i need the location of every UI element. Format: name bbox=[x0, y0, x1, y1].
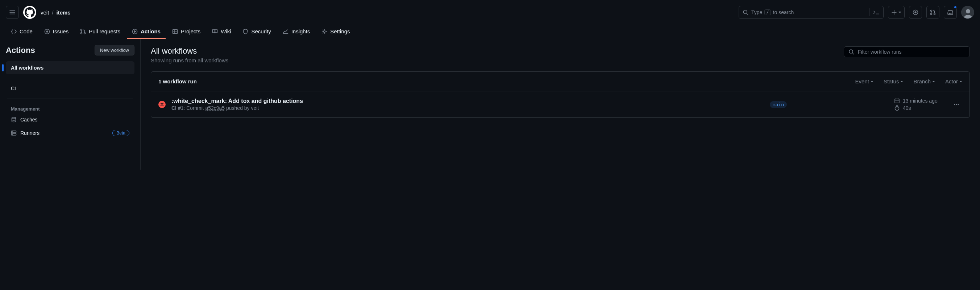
sidebar-item-ci[interactable]: CI bbox=[6, 82, 134, 95]
tab-projects[interactable]: Projects bbox=[167, 25, 205, 39]
divider bbox=[7, 99, 133, 99]
filter-actor[interactable]: Actor bbox=[945, 78, 962, 84]
svg-point-20 bbox=[12, 134, 13, 134]
run-title[interactable]: :white_check_mark: Add tox and github ac… bbox=[172, 98, 764, 104]
run-status-failed-icon bbox=[158, 101, 165, 108]
app-header: veit / items Type / to search bbox=[0, 0, 980, 25]
stopwatch-icon bbox=[894, 105, 900, 111]
svg-point-3 bbox=[931, 10, 932, 11]
caret-down-icon bbox=[900, 80, 903, 83]
sidebar-item-runners[interactable]: Runners Beta bbox=[6, 126, 134, 140]
run-time: 13 minutes ago bbox=[903, 98, 938, 104]
sidebar-item-caches[interactable]: Caches bbox=[6, 113, 134, 126]
workflow-run-row[interactable]: :white_check_mark: Add tox and github ac… bbox=[151, 91, 969, 118]
breadcrumb: veit / items bbox=[41, 10, 71, 16]
filter-branch[interactable]: Branch bbox=[913, 78, 935, 84]
sidebar-heading-management: Management bbox=[6, 103, 134, 113]
svg-point-5 bbox=[934, 13, 935, 15]
main-header: All workflows Showing runs from all work… bbox=[151, 46, 970, 64]
sidebar-item-label: Runners bbox=[20, 130, 40, 136]
svg-point-0 bbox=[743, 10, 747, 14]
filter-runs-input[interactable] bbox=[858, 49, 965, 55]
sidebar-item-label: Caches bbox=[20, 117, 37, 123]
pull-request-icon bbox=[80, 29, 86, 34]
sidebar-header: Actions New workflow bbox=[6, 45, 134, 56]
issue-icon bbox=[913, 10, 918, 15]
commit-link[interactable]: a52c9a5 bbox=[205, 105, 225, 111]
table-icon bbox=[172, 29, 178, 34]
notification-dot bbox=[953, 5, 957, 9]
branch-badge[interactable]: main bbox=[770, 101, 787, 108]
run-menu-button[interactable] bbox=[951, 100, 962, 109]
svg-point-26 bbox=[958, 104, 959, 105]
divider bbox=[7, 78, 133, 78]
tab-label: Settings bbox=[330, 28, 350, 34]
filter-runs-box[interactable] bbox=[844, 46, 970, 57]
pull-request-icon bbox=[930, 10, 936, 15]
tab-code[interactable]: Code bbox=[6, 25, 38, 39]
kebab-icon bbox=[953, 102, 959, 107]
sidebar-item-label: All workflows bbox=[11, 65, 43, 71]
notifications-button[interactable] bbox=[944, 6, 957, 19]
new-workflow-button[interactable]: New workflow bbox=[95, 45, 134, 56]
svg-point-12 bbox=[84, 32, 86, 34]
search-input[interactable]: Type / to search bbox=[739, 6, 884, 19]
caret-down-icon bbox=[932, 80, 935, 83]
workflow-runs-box: 1 workflow run Event Status Branch Actor… bbox=[151, 72, 970, 118]
gear-icon bbox=[321, 29, 327, 34]
tab-actions[interactable]: Actions bbox=[127, 25, 165, 39]
user-avatar[interactable] bbox=[961, 6, 974, 19]
run-subtitle: CI #1: Commit a52c9a5 pushed by veit bbox=[172, 105, 764, 111]
svg-point-19 bbox=[12, 132, 13, 132]
tab-insights[interactable]: Insights bbox=[278, 25, 315, 39]
svg-rect-22 bbox=[895, 99, 899, 103]
search-icon bbox=[743, 10, 748, 15]
run-duration: 40s bbox=[903, 105, 911, 111]
tab-security[interactable]: Security bbox=[237, 25, 276, 39]
sidebar-item-all-workflows[interactable]: All workflows bbox=[6, 61, 134, 74]
tab-label: Issues bbox=[53, 28, 68, 34]
breadcrumb-repo[interactable]: items bbox=[57, 10, 71, 16]
pull-requests-global-button[interactable] bbox=[926, 6, 939, 19]
svg-rect-14 bbox=[172, 29, 177, 33]
page-subtitle: Showing runs from all workflows bbox=[151, 57, 228, 64]
shield-icon bbox=[242, 29, 248, 34]
filter-event[interactable]: Event bbox=[855, 78, 873, 84]
svg-point-10 bbox=[81, 29, 82, 30]
tab-label: Code bbox=[19, 28, 33, 34]
runs-count: 1 workflow run bbox=[158, 78, 197, 84]
tab-label: Projects bbox=[181, 28, 200, 34]
calendar-icon bbox=[894, 98, 900, 104]
tab-label: Insights bbox=[291, 28, 310, 34]
runs-header: 1 workflow run Event Status Branch Actor bbox=[151, 72, 969, 91]
tab-settings[interactable]: Settings bbox=[317, 25, 355, 39]
server-icon bbox=[11, 130, 17, 136]
menu-button[interactable] bbox=[6, 6, 19, 19]
beta-badge: Beta bbox=[112, 130, 129, 136]
tab-wiki[interactable]: Wiki bbox=[207, 25, 236, 39]
svg-point-4 bbox=[931, 13, 932, 15]
inbox-icon bbox=[947, 10, 953, 15]
graph-icon bbox=[283, 29, 288, 34]
run-main: :white_check_mark: Add tox and github ac… bbox=[172, 98, 764, 111]
breadcrumb-owner[interactable]: veit bbox=[41, 10, 49, 16]
tab-pull-requests[interactable]: Pull requests bbox=[75, 25, 126, 39]
caret-down-icon bbox=[870, 80, 873, 83]
svg-point-24 bbox=[954, 104, 955, 105]
play-icon bbox=[132, 29, 138, 34]
issue-icon bbox=[44, 29, 50, 34]
svg-point-25 bbox=[956, 104, 957, 105]
issues-global-button[interactable] bbox=[909, 6, 922, 19]
database-icon bbox=[11, 117, 17, 123]
svg-point-16 bbox=[12, 118, 16, 119]
svg-point-7 bbox=[966, 9, 970, 13]
svg-point-9 bbox=[46, 31, 48, 32]
tab-issues[interactable]: Issues bbox=[39, 25, 73, 39]
plus-icon bbox=[891, 10, 897, 15]
create-button[interactable] bbox=[888, 6, 905, 19]
page-title: All workflows bbox=[151, 46, 228, 56]
command-palette-icon[interactable] bbox=[869, 8, 880, 16]
filter-status[interactable]: Status bbox=[884, 78, 904, 84]
caret-down-icon bbox=[959, 80, 962, 83]
github-logo[interactable] bbox=[23, 6, 36, 19]
